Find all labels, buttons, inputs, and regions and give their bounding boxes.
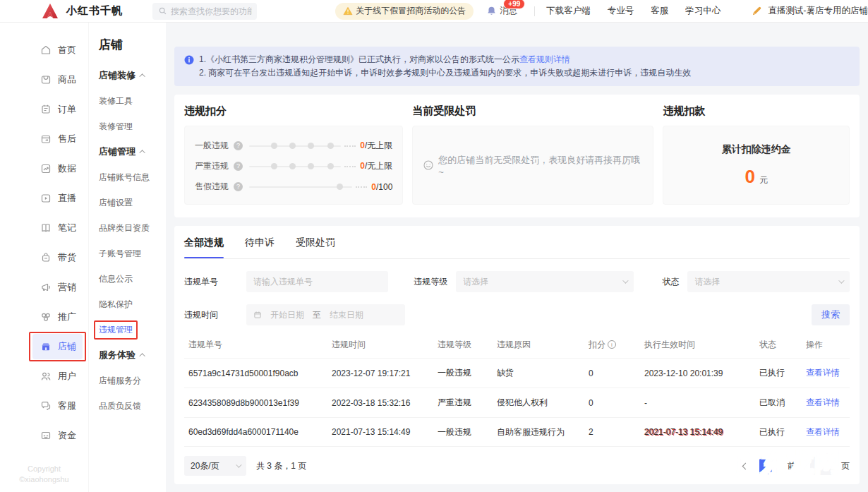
chevron-down-icon [623,277,629,283]
nav-learning-center[interactable]: 学习中心 [685,5,721,17]
date-range-picker[interactable]: 开始日期 至 结束日期 [246,304,405,325]
aftersale-icon [40,133,52,145]
deduction-caption: 累计扣除违约金 [722,143,791,156]
view-detail-link[interactable]: 查看详情 [806,397,845,409]
smiley-icon [423,160,438,171]
deduction-unit: 元 [759,174,768,186]
submenu-item-decoration-tools[interactable]: 装修工具 [99,88,166,114]
status-label: 状态 [662,276,679,288]
submenu-group-service-experience[interactable]: 服务体验 [99,342,166,368]
nav-download-client[interactable]: 下载客户端 [546,5,591,17]
tab-pending-appeal[interactable]: 待申诉 [245,236,275,258]
current-page-button[interactable]: 1 [759,457,776,474]
sidebar-item-goods[interactable]: 商品 [0,65,88,95]
search-icon [158,6,167,16]
score-row-counterfeit: 售假违规 ? 0/100 [195,176,392,197]
submenu-item-violation-manage[interactable]: 违规管理 [99,317,166,342]
info-circle-icon[interactable]: i [608,340,616,349]
goto-label: 前往 [788,460,804,472]
tab-all-violations[interactable]: 全部违规 [184,236,224,258]
exec-time-red-stamped: 2021-07-13 15:14:49 [644,427,759,437]
page-jump-input[interactable] [810,457,836,475]
score-row-general: 一般违规 ? 0/无上限 [195,136,392,156]
goods-icon [40,74,52,85]
level-select[interactable]: 请选择 [456,271,634,292]
sidebar-item-aftersale[interactable]: 售后 [0,124,88,154]
prev-page-button[interactable] [742,462,749,469]
nav-professional-account[interactable]: 专业号 [608,5,634,17]
bell-icon [486,6,497,16]
search-button[interactable]: 搜索 [812,304,850,325]
score-track [249,166,341,167]
time-label: 违规时间 [184,309,227,321]
start-date-placeholder: 开始日期 [270,309,304,321]
sidebar-item-service[interactable]: 客服 [0,391,88,421]
messages-badge: +99 [503,0,525,9]
status-select[interactable]: 请选择 [687,271,850,292]
submenu-item-shop-settings[interactable]: 店铺设置 [99,190,166,215]
sidebar-item-funds[interactable]: 资金 [0,421,88,450]
messages-button[interactable]: 消息 +99 [486,5,517,17]
help-icon[interactable]: ? [234,141,243,150]
chevron-down-icon [236,462,241,467]
sidebar-item-bring-goods[interactable]: 带货 [0,243,88,272]
submenu-item-account-info[interactable]: 店铺账号信息 [99,164,166,190]
pagination: 20条/页 共 3 条，1 页 1 前往 页 [184,456,850,476]
store-switcher[interactable]: 直播测试-薯店专用的店铺 [752,5,868,17]
submenu-title: 店铺 [99,37,166,53]
shop-submenu: 店铺 店铺装修 装修工具 装修管理 店铺管理 店铺账号信息 店铺设置 品牌类目资… [88,23,166,492]
submenu-item-subaccount[interactable]: 子账号管理 [99,241,166,266]
score-track [249,186,352,188]
table-row: 6571a9c14731d50001f90acb 2023-12-07 19:1… [184,358,850,388]
orders-icon [40,104,52,115]
funds-icon [40,430,52,441]
copyright: Copyright ©xiaohongshu [0,460,88,492]
calendar-icon [253,311,270,319]
chevron-up-icon [139,353,145,359]
track-dotted-tail [356,186,367,188]
sidebar-item-marketing[interactable]: 营销 [0,272,88,302]
chevron-down-icon [838,277,844,283]
violation-tabs: 全部违规 待申诉 受限处罚 [184,226,850,259]
sidebar-item-shop[interactable]: 店铺 [0,332,88,361]
current-penalty-card: 当前受限处罚 您的店铺当前无受限处罚，表现良好请再接再厉哦~ [412,104,653,205]
order-no-input[interactable] [246,271,388,292]
sidebar-item-home[interactable]: 首页 [0,35,88,65]
sidebar-item-notes[interactable]: 笔记 [0,213,88,243]
submenu-group-shop-manage[interactable]: 店铺管理 [99,139,166,164]
deduction-card-title: 违规扣款 [663,104,850,118]
view-detail-link[interactable]: 查看详情 [806,367,845,379]
submenu-item-info-disclosure[interactable]: 信息公示 [99,266,166,292]
header-divider [534,6,535,16]
sidebar-item-data[interactable]: 数据 [0,154,88,184]
sidebar-item-orders[interactable]: 订单 [0,95,88,124]
nav-customer-service[interactable]: 客服 [651,5,668,17]
sidebar-item-users[interactable]: 用户 [0,361,88,391]
search-input[interactable] [171,6,252,16]
sidebar-item-live[interactable]: 直播 [0,184,88,213]
submenu-item-decoration-manage[interactable]: 装修管理 [99,114,166,139]
view-detail-link[interactable]: 查看详情 [806,426,845,438]
tab-restricted-penalty[interactable]: 受限处罚 [296,236,335,258]
submenu-item-brand-qualification[interactable]: 品牌类目资质 [99,215,166,241]
notes-icon [40,222,52,234]
app-logo-icon [41,3,59,20]
help-icon[interactable]: ? [234,162,243,171]
submenu-item-quality-feedback[interactable]: 品质负反馈 [99,393,166,419]
announcement-pill[interactable]: 关于线下假冒招商活动的公告 [335,3,474,20]
global-search[interactable] [152,3,257,20]
date-to-label: 至 [313,309,321,321]
sidebar-item-promotion[interactable]: 推广 [0,302,88,332]
help-icon[interactable]: ? [234,182,243,191]
filter-row-1: 违规单号 违规等级 请选择 状态 请选择 [184,271,850,292]
rule-detail-link[interactable]: 查看规则详情 [519,54,570,64]
submenu-group-decoration[interactable]: 店铺装修 [99,63,166,88]
score-card-title: 违规扣分 [184,104,403,118]
overview-panel: 违规扣分 一般违规 ? 0/无上限 严重违规 ? [174,95,860,217]
info-icon [184,55,194,65]
submenu-item-shop-score[interactable]: 店铺服务分 [99,368,166,393]
megaphone-icon [40,282,52,293]
level-label: 违规等级 [414,276,447,288]
page-size-select[interactable]: 20条/页 [184,456,246,476]
submenu-item-privacy[interactable]: 隐私保护 [99,292,166,317]
